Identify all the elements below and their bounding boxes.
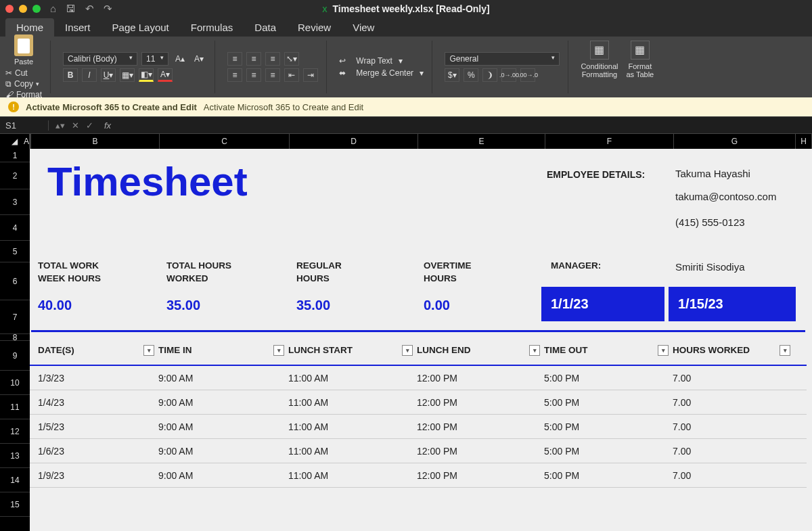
increase-decimal-icon[interactable]: .0→.00 — [501, 68, 516, 82]
merge-center-button[interactable]: ⬌ Merge & Center ▾ — [339, 68, 424, 78]
row-header[interactable]: 8 — [0, 334, 30, 341]
tab-insert[interactable]: Insert — [54, 18, 102, 37]
border-button[interactable]: ▦▾ — [120, 68, 135, 82]
filter-icon[interactable]: ▾ — [658, 345, 669, 356]
cell[interactable]: 12:00 PM — [417, 446, 544, 457]
copy-button[interactable]: ⧉Copy ▾ — [5, 79, 42, 89]
decrease-font-icon[interactable]: A▾ — [191, 52, 206, 66]
col-header-c[interactable]: C — [160, 134, 290, 149]
cell[interactable]: 1/6/23 — [30, 446, 158, 457]
align-center-icon[interactable]: ≡ — [246, 68, 261, 82]
table-row[interactable]: 1/3/239:00 AM11:00 AM12:00 PM5:00 PM7.00 — [30, 367, 807, 390]
row-header[interactable]: 3 — [0, 189, 30, 215]
row-header[interactable]: 12 — [0, 419, 30, 444]
cell[interactable]: 5:00 PM — [544, 446, 673, 457]
align-right-icon[interactable]: ≡ — [265, 68, 280, 82]
tab-formulas[interactable]: Formulas — [180, 18, 244, 37]
table-row[interactable]: 1/6/239:00 AM11:00 AM12:00 PM5:00 PM7.00 — [30, 440, 807, 463]
conditional-formatting-button[interactable]: ▦ Conditional Formatting — [581, 41, 618, 93]
font-color-button[interactable]: A▾ — [158, 68, 173, 82]
col-header-d[interactable]: D — [290, 134, 418, 149]
format-as-table-button[interactable]: ▦ Format as Table — [626, 41, 654, 93]
table-row[interactable]: 1/4/239:00 AM11:00 AM12:00 PM5:00 PM7.00 — [30, 391, 807, 415]
cell[interactable]: 11:00 AM — [288, 373, 417, 384]
fx-icon[interactable]: fx — [100, 120, 115, 131]
align-top-icon[interactable]: ≡ — [227, 52, 242, 66]
filter-icon[interactable]: ▾ — [402, 345, 413, 356]
fill-color-button[interactable]: ◧▾ — [139, 68, 154, 82]
filter-icon[interactable]: ▾ — [780, 345, 790, 356]
cell[interactable]: 12:00 PM — [417, 421, 544, 432]
row-header[interactable]: 14 — [0, 468, 30, 492]
row-header[interactable]: 2 — [0, 162, 30, 189]
row-header[interactable]: 1 — [0, 149, 30, 162]
align-left-icon[interactable]: ≡ — [227, 68, 242, 82]
sheet-content[interactable]: Timesheet EMPLOYEE DETAILS: Takuma Hayas… — [30, 149, 812, 531]
decrease-indent-icon[interactable]: ⇤ — [284, 68, 299, 82]
col-header-g[interactable]: G — [674, 134, 796, 149]
cell[interactable]: 5:00 PM — [544, 373, 673, 384]
cell[interactable]: 9:00 AM — [158, 397, 288, 408]
row-header[interactable]: 13 — [0, 444, 30, 468]
increase-indent-icon[interactable]: ⇥ — [303, 68, 318, 82]
cell[interactable]: 7.00 — [673, 397, 794, 408]
col-header-f[interactable]: F — [545, 134, 674, 149]
font-size-select[interactable]: 11 ▾ — [141, 52, 168, 66]
cell[interactable]: 9:00 AM — [158, 470, 288, 481]
align-middle-icon[interactable]: ≡ — [246, 52, 261, 66]
row-header[interactable]: 6 — [0, 262, 30, 300]
italic-button[interactable]: I — [82, 68, 97, 82]
cell[interactable]: 9:00 AM — [158, 373, 288, 384]
confirm-icon[interactable]: ✓ — [86, 120, 93, 131]
percent-icon[interactable]: % — [464, 68, 478, 82]
row-header[interactable]: 7 — [0, 300, 30, 334]
cell[interactable]: 9:00 AM — [158, 446, 288, 457]
table-row[interactable]: 1/5/239:00 AM11:00 AM12:00 PM5:00 PM7.00 — [30, 415, 807, 439]
underline-button[interactable]: U▾ — [101, 68, 116, 82]
save-icon[interactable]: 🖫 — [66, 3, 76, 15]
cell[interactable]: 9:00 AM — [158, 421, 288, 432]
comma-icon[interactable]: ❩ — [482, 68, 497, 82]
row-header[interactable]: 10 — [0, 371, 30, 395]
decrease-decimal-icon[interactable]: .00→.0 — [520, 68, 535, 82]
row-header[interactable]: 11 — [0, 395, 30, 419]
cell[interactable]: 7.00 — [673, 373, 794, 384]
filter-icon[interactable]: ▾ — [273, 345, 284, 356]
cell[interactable]: 11:00 AM — [288, 470, 417, 481]
col-header-b[interactable]: B — [31, 134, 160, 149]
cell[interactable]: 5:00 PM — [544, 421, 673, 432]
currency-icon[interactable]: $▾ — [445, 68, 459, 82]
cell[interactable]: 1/3/23 — [30, 373, 158, 384]
wrap-text-button[interactable]: ↩ Wrap Text ▾ — [339, 56, 424, 66]
home-icon[interactable]: ⌂ — [50, 3, 56, 15]
bold-button[interactable]: B — [63, 68, 78, 82]
cell[interactable]: 12:00 PM — [417, 373, 544, 384]
undo-icon[interactable]: ↶ — [85, 3, 94, 15]
close-window-icon[interactable] — [5, 5, 14, 13]
cancel-icon[interactable]: ✕ — [72, 120, 79, 131]
filter-icon[interactable]: ▾ — [143, 345, 154, 356]
cell[interactable]: 1/5/23 — [30, 421, 158, 432]
sort-icon[interactable]: ▴▾ — [55, 120, 65, 131]
paste-button[interactable]: Paste — [14, 34, 33, 66]
row-header[interactable]: 5 — [0, 241, 30, 262]
cell[interactable]: 5:00 PM — [544, 397, 673, 408]
cell[interactable]: 7.00 — [673, 446, 794, 457]
tab-view[interactable]: View — [342, 18, 385, 37]
font-name-select[interactable]: Calibri (Body) ▾ — [63, 52, 137, 66]
row-header[interactable]: 9 — [0, 341, 30, 371]
tab-data[interactable]: Data — [244, 18, 287, 37]
row-header[interactable]: 4 — [0, 215, 30, 241]
tab-page-layout[interactable]: Page Layout — [102, 18, 180, 37]
format-painter-button[interactable]: 🖌Format — [5, 90, 42, 99]
cell[interactable]: 12:00 PM — [417, 470, 544, 481]
orientation-icon[interactable]: ⤡▾ — [284, 52, 299, 66]
cell[interactable]: 11:00 AM — [288, 397, 417, 408]
filter-icon[interactable]: ▾ — [529, 345, 540, 356]
cell[interactable]: 7.00 — [673, 421, 794, 432]
cell[interactable]: 11:00 AM — [288, 446, 417, 457]
col-header-e[interactable]: E — [418, 134, 545, 149]
cell[interactable]: 11:00 AM — [288, 421, 417, 432]
tab-review[interactable]: Review — [287, 18, 342, 37]
cell[interactable]: 5:00 PM — [544, 470, 673, 481]
